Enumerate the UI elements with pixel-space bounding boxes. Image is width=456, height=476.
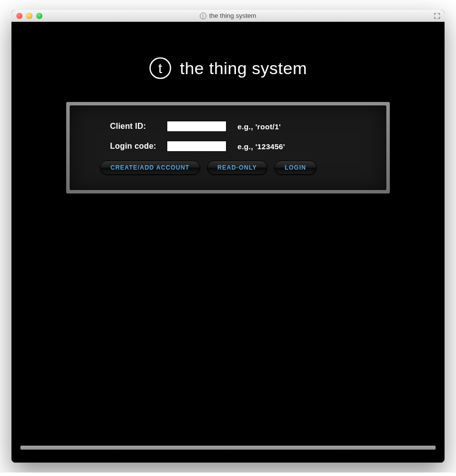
app-window: t the thing system t the thing system xyxy=(11,10,445,463)
bottom-divider xyxy=(20,446,436,450)
fullscreen-icon[interactable] xyxy=(434,12,441,19)
client-id-label: Client ID: xyxy=(110,122,160,131)
brand-text: the thing system xyxy=(180,59,307,78)
titlebar: t the thing system xyxy=(11,10,445,22)
login-panel: Client ID: e.g., 'root/1' Login code: e.… xyxy=(66,102,390,193)
minimize-window-button[interactable] xyxy=(26,13,32,19)
traffic-lights xyxy=(16,13,42,19)
title-t-circle-icon: t xyxy=(200,12,207,19)
login-button[interactable]: LOGIN xyxy=(274,161,317,175)
client-id-hint: e.g., 'root/1' xyxy=(237,122,281,131)
login-code-input[interactable] xyxy=(167,141,227,152)
create-add-account-button[interactable]: CREATE/ADD ACCOUNT xyxy=(100,161,200,175)
button-row: CREATE/ADD ACCOUNT READ-ONLY LOGIN xyxy=(100,161,356,175)
close-window-button[interactable] xyxy=(16,13,22,19)
svg-text:t: t xyxy=(203,13,204,18)
svg-point-0 xyxy=(200,12,206,18)
brand-logo-icon: t xyxy=(149,57,172,80)
login-panel-inner: Client ID: e.g., 'root/1' Login code: e.… xyxy=(70,105,386,190)
login-code-hint: e.g., '123456' xyxy=(237,142,285,151)
svg-text:t: t xyxy=(158,61,162,76)
client-id-input[interactable] xyxy=(167,121,227,132)
read-only-button[interactable]: READ-ONLY xyxy=(207,161,267,175)
login-code-label: Login code: xyxy=(110,142,160,151)
client-id-row: Client ID: e.g., 'root/1' xyxy=(110,121,356,132)
zoom-window-button[interactable] xyxy=(36,13,42,19)
brand-header: t the thing system xyxy=(11,57,445,80)
titlebar-center: t the thing system xyxy=(11,12,445,19)
login-code-row: Login code: e.g., '123456' xyxy=(110,141,356,152)
window-title: the thing system xyxy=(209,12,256,19)
content-area: t the thing system Client ID: e.g., 'roo… xyxy=(11,22,445,463)
